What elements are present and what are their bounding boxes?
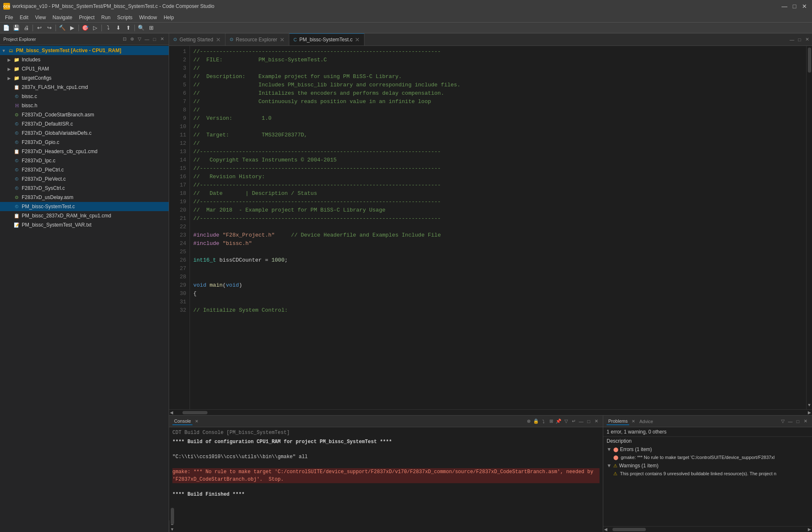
problems-maximize-btn[interactable]: □ xyxy=(794,418,801,425)
toolbar-target-btn[interactable]: 🎯 xyxy=(81,23,90,33)
tree-usdelay[interactable]: ▶ ⚙ F2837xD_usDelay.asm xyxy=(0,193,169,202)
console-close-btn[interactable]: ✕ xyxy=(593,418,600,425)
pe-minimize-btn[interactable]: — xyxy=(144,36,150,43)
toolbar-debug-btn[interactable]: ▶ xyxy=(68,23,77,33)
toolbar-build-btn[interactable]: 🔨 xyxy=(58,23,67,33)
pb-scroll-right-icon[interactable]: ▶ xyxy=(807,527,812,532)
toolbar-undo-btn[interactable]: ↩ xyxy=(35,23,44,33)
pe-link-btn[interactable]: ⊕ xyxy=(129,36,135,43)
problems-minimize-btn[interactable]: — xyxy=(787,418,794,425)
problems-filter-btn[interactable]: ▽ xyxy=(779,418,786,425)
menu-help[interactable]: Help xyxy=(160,14,177,21)
console-maximize-btn[interactable]: □ xyxy=(585,418,592,425)
tree-globalvar[interactable]: ▶ © F2837xD_GlobalVariableDefs.c xyxy=(0,129,169,138)
toolbar-step-into-btn[interactable]: ⬇ xyxy=(114,23,123,33)
tree-includes[interactable]: ▶ 📁 Includes xyxy=(0,55,169,64)
tree-defaultisr[interactable]: ▶ © F2837xD_DefaultISR.c xyxy=(0,119,169,129)
tree-codestart[interactable]: ▶ ⚙ F2837xD_CodeStartBranch.asm xyxy=(0,110,169,119)
console-filter-btn[interactable]: ▽ xyxy=(563,418,569,425)
warning-item-1[interactable]: ⚠ This project contains 9 unresolved bui… xyxy=(603,470,812,478)
toolbar-new-btn[interactable]: 📄 xyxy=(2,23,11,33)
toolbar-search-btn[interactable]: 🔍 xyxy=(137,23,146,33)
h-scroll-right-icon[interactable]: ▶ xyxy=(807,410,812,415)
tab-close-all-btn[interactable]: ✕ xyxy=(804,36,810,43)
tab-getting-started[interactable]: ⊙ Getting Started ✕ xyxy=(169,33,225,45)
editor-scrollbar[interactable]: ▲ ▼ xyxy=(806,46,812,409)
problems-horizontal-scrollbar[interactable]: ◀ ▶ xyxy=(603,526,812,532)
problems-close-btn[interactable]: ✕ xyxy=(802,418,809,425)
menu-view[interactable]: View xyxy=(32,14,49,21)
pe-maximize-btn[interactable]: □ xyxy=(151,36,158,43)
console-word-wrap-btn[interactable]: ↵ xyxy=(570,418,577,425)
tree-pm-ram-cmd[interactable]: ▶ 📋 PM_bissc_2837xD_RAM_lnk_cpu1.cmd xyxy=(0,211,169,220)
code-line-7: // Continuously reads position value in … xyxy=(193,98,803,106)
advice-tab[interactable]: Advice xyxy=(637,418,655,425)
console-pin-btn[interactable]: 📌 xyxy=(555,418,562,425)
problems-h-scroll-thumb[interactable] xyxy=(612,528,646,531)
tree-ipc[interactable]: ▶ © F2837xD_Ipc.c xyxy=(0,156,169,165)
console-scroll-down[interactable]: ▼ xyxy=(169,526,175,532)
tab-maximize-btn[interactable]: □ xyxy=(796,36,803,43)
warnings-section[interactable]: ▼ ⚠ Warnings (1 item) xyxy=(603,461,812,470)
tree-headers-cmd[interactable]: ▶ 📋 F2837xD_Headers_clb_cpu1.cmd xyxy=(0,147,169,156)
console-tab[interactable]: Console xyxy=(172,418,192,425)
close-button[interactable]: ✕ xyxy=(800,2,809,10)
console-scroll-thumb[interactable] xyxy=(171,508,174,524)
toolbar-redo-btn[interactable]: ↪ xyxy=(45,23,54,33)
menu-file[interactable]: File xyxy=(2,14,16,21)
toolbar-save-btn[interactable]: 💾 xyxy=(12,23,21,33)
menu-navigate[interactable]: Navigate xyxy=(49,14,76,21)
code-area[interactable]: //--------------------------------------… xyxy=(190,46,806,409)
editor-horizontal-scrollbar[interactable]: ◀ ▶ xyxy=(169,409,812,415)
tree-sysctrl[interactable]: ▶ © F2837xD_SysCtrl.c xyxy=(0,184,169,193)
tree-gpio[interactable]: ▶ © F2837xD_Gpio.c xyxy=(0,138,169,147)
problems-tab[interactable]: Problems xyxy=(607,418,629,425)
tab-close-getting-started[interactable]: ✕ xyxy=(216,36,221,43)
menu-run[interactable]: Run xyxy=(98,14,114,21)
tree-bissc-c[interactable]: ▶ © bissc.c xyxy=(0,92,169,101)
editor-h-scroll-thumb[interactable] xyxy=(182,411,207,414)
toolbar-grid-btn[interactable]: ⊞ xyxy=(147,23,156,33)
maximize-button[interactable]: □ xyxy=(790,2,799,10)
tree-bissc-h[interactable]: ▶ ℍ bissc.h xyxy=(0,101,169,110)
tab-systemtest-c[interactable]: C PM_bissc-SystemTest.c ✕ xyxy=(289,33,364,45)
toolbar-step-over-btn[interactable]: ⤵ xyxy=(104,23,113,33)
error-item-1[interactable]: ⬤ gmake: *** No rule to make target 'C:/… xyxy=(603,454,812,461)
tree-flash-cmd[interactable]: ▶ 📋 2837x_FLASH_lnk_cpu1.cmd xyxy=(0,83,169,92)
console-scroll-lock-btn[interactable]: ⤵ xyxy=(540,418,547,425)
toolbar-step-out-btn[interactable]: ⬆ xyxy=(124,23,133,33)
menu-window[interactable]: Window xyxy=(136,14,160,21)
console-minimize-btn[interactable]: — xyxy=(578,418,584,425)
tree-piectrl[interactable]: ▶ © F2837xD_PieCtrl.c xyxy=(0,165,169,174)
toolbar-run-btn[interactable]: ▷ xyxy=(91,23,100,33)
console-lock-btn[interactable]: 🔒 xyxy=(533,418,539,425)
minimize-button[interactable]: — xyxy=(780,2,789,10)
console-clear-btn[interactable]: ⊗ xyxy=(525,418,532,425)
console-open-btn[interactable]: ⊞ xyxy=(548,418,554,425)
editor-scroll-thumb[interactable] xyxy=(808,48,811,73)
tree-pm-var-txt[interactable]: ▶ 📝 PM_bissc_SystemTest_VAR.txt xyxy=(0,220,169,229)
pe-collapse-btn[interactable]: ⊡ xyxy=(121,36,128,43)
pb-scroll-left-icon[interactable]: ◀ xyxy=(603,527,608,532)
tree-item-label: targetConfigs xyxy=(22,75,51,81)
tree-project-root[interactable]: ▼ 🗂 PM_bissc_SystemTest [Active - CPU1_R… xyxy=(0,46,169,55)
toolbar-print-btn[interactable]: 🖨 xyxy=(22,23,31,33)
tab-resource-explorer[interactable]: ⊙ Resource Explorer ✕ xyxy=(225,33,289,45)
console-scrollbar[interactable]: ▲ ▼ xyxy=(169,520,175,532)
tree-pievect[interactable]: ▶ © F2837xD_PieVect.c xyxy=(0,174,169,184)
pe-filter-btn[interactable]: ▽ xyxy=(136,36,143,43)
tree-pm-systemtest[interactable]: ▶ © PM_bissc-SystemTest.c xyxy=(0,202,169,211)
menu-edit[interactable]: Edit xyxy=(16,14,32,21)
pe-close-btn[interactable]: ✕ xyxy=(159,36,165,43)
tab-minimize-btn[interactable]: — xyxy=(789,36,795,43)
tab-close-resource[interactable]: ✕ xyxy=(280,36,285,43)
errors-section[interactable]: ▼ ⬤ Errors (1 item) xyxy=(603,445,812,454)
menu-project[interactable]: Project xyxy=(76,14,98,21)
file-c8-icon: © xyxy=(13,185,20,192)
menu-scripts[interactable]: Scripts xyxy=(114,14,136,21)
editor-scroll-down-btn[interactable]: ▼ xyxy=(807,402,812,408)
h-scroll-left-icon[interactable]: ◀ xyxy=(169,410,174,415)
tree-targetconfigs[interactable]: ▶ 📁 targetConfigs xyxy=(0,73,169,83)
tab-close-systemtest[interactable]: ✕ xyxy=(355,36,360,43)
tree-cpu1ram[interactable]: ▶ 📁 CPU1_RAM xyxy=(0,64,169,73)
